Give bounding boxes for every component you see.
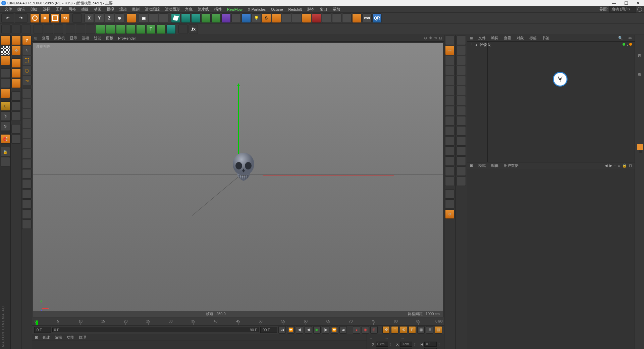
menu-file[interactable]: 文件: [2, 6, 15, 12]
cube-primitive-icon[interactable]: [1, 36, 10, 45]
camera[interactable]: [241, 13, 251, 23]
rt-tool-13[interactable]: [445, 156, 454, 166]
rt-tool-14[interactable]: [445, 166, 454, 176]
vm-prorender[interactable]: ProRender: [118, 36, 136, 40]
tool-orange-2[interactable]: [302, 13, 311, 23]
rt-tool-11[interactable]: [445, 136, 454, 146]
menu-sculpt[interactable]: 雕刻: [129, 6, 142, 12]
tool-orange-3[interactable]: [352, 13, 362, 23]
next-frame[interactable]: |▶: [322, 326, 329, 334]
menu-realflow[interactable]: RealFlow: [224, 7, 245, 12]
menu-window[interactable]: 窗口: [317, 6, 330, 12]
timeline-range-slider[interactable]: 0 F 90 F: [52, 328, 259, 332]
rp-tab-bookmarks[interactable]: 书签: [542, 36, 549, 41]
texture-mode[interactable]: [11, 91, 21, 101]
filter-2[interactable]: [11, 24, 21, 34]
light[interactable]: 💡: [252, 13, 261, 23]
poly-select[interactable]: ↝: [22, 76, 32, 85]
live-select[interactable]: ↖: [22, 46, 32, 55]
at-grid-icon[interactable]: ⊞: [470, 163, 473, 168]
end-frame-field[interactable]: 90 F: [260, 327, 277, 333]
axis-y-lock[interactable]: Y: [95, 13, 104, 23]
cube-dark-2[interactable]: [1, 79, 10, 88]
select-tool[interactable]: [30, 13, 40, 23]
vm-nav-4[interactable]: ⊡: [439, 36, 442, 40]
pattern-13[interactable]: [22, 209, 32, 219]
object-manager[interactable]: └ ▲ 骷髅头 •: [467, 42, 635, 162]
rt2-14[interactable]: [457, 166, 466, 176]
menu-motiontrack[interactable]: 运动跟踪: [142, 6, 162, 12]
mograph-cloner[interactable]: [96, 24, 105, 34]
make-editable[interactable]: [127, 13, 136, 23]
rp-tab-file[interactable]: 文件: [478, 36, 486, 41]
bl-tab-func[interactable]: 功能: [67, 335, 74, 340]
pattern-12[interactable]: [22, 199, 32, 209]
checker-icon[interactable]: [1, 46, 10, 55]
model-mode[interactable]: [11, 36, 21, 45]
vtab-1[interactable]: 属性: [637, 48, 643, 54]
close-button[interactable]: ✕: [636, 1, 640, 6]
rect-select[interactable]: [22, 56, 32, 65]
mograph-effector[interactable]: [106, 24, 115, 34]
at-tab-userdata[interactable]: 用户数据: [504, 163, 519, 168]
rt2-2[interactable]: [457, 46, 466, 55]
mograph-text[interactable]: T: [146, 24, 156, 34]
visibility-editor-dot[interactable]: [623, 43, 625, 46]
mograph-tracer[interactable]: [136, 24, 146, 34]
mograph-matrix[interactable]: [116, 24, 125, 34]
rt2-1[interactable]: [457, 36, 466, 45]
rt-tool-16[interactable]: [445, 189, 454, 199]
object-mode[interactable]: ✥: [11, 46, 21, 55]
grid-dark-icon[interactable]: [1, 157, 10, 166]
vm-display[interactable]: 显示: [70, 36, 77, 41]
key-misc2[interactable]: ▤: [435, 326, 442, 334]
menu-redshift[interactable]: Redshift: [286, 7, 305, 12]
menu-character[interactable]: 角色: [182, 6, 195, 12]
rt2-11[interactable]: [457, 136, 466, 146]
rt-tool-12[interactable]: [445, 146, 454, 156]
rt-tool-6[interactable]: [445, 86, 454, 95]
menu-tools[interactable]: 工具: [53, 6, 66, 12]
bl-tab-edit[interactable]: 编辑: [55, 335, 62, 340]
rt-tool-10[interactable]: [445, 126, 454, 136]
vtab-2[interactable]: 构造: [637, 67, 643, 72]
axis-x-lock[interactable]: X: [85, 13, 94, 23]
key-pla[interactable]: ▦: [417, 326, 425, 334]
rotate-tool[interactable]: ⟲: [60, 13, 70, 23]
mograph-poly[interactable]: [166, 24, 176, 34]
pattern-8[interactable]: [22, 159, 32, 168]
menu-xparticles[interactable]: X-Particles: [245, 7, 268, 12]
rp-tab-tags[interactable]: 标签: [529, 36, 537, 41]
visibility-render-dot[interactable]: •: [627, 43, 628, 47]
snap-toggle[interactable]: [86, 24, 95, 34]
rt2-6[interactable]: [457, 86, 466, 95]
filter-3[interactable]: [21, 24, 31, 34]
mograph-clone2[interactable]: [156, 24, 166, 34]
viewport-perspective[interactable]: 透视视图: [33, 42, 443, 317]
lock-icon[interactable]: 🔒: [1, 147, 10, 156]
scale-tool[interactable]: [50, 13, 60, 23]
goto-start[interactable]: ⏮: [278, 326, 286, 334]
cube-orange[interactable]: [1, 89, 10, 98]
rt-tool-5[interactable]: [445, 76, 454, 85]
rt-tool-gear[interactable]: ⚙: [445, 209, 454, 219]
point-mode[interactable]: [11, 58, 21, 68]
render-view[interactable]: ▣: [139, 13, 148, 23]
generator-nurbs[interactable]: [201, 13, 211, 23]
axis-z-lock[interactable]: Z: [105, 13, 114, 23]
help-icon[interactable]: ?: [22, 36, 32, 45]
spline-pen[interactable]: [181, 13, 191, 23]
move-tool[interactable]: ✥: [40, 13, 50, 23]
skull-model[interactable]: [230, 152, 257, 186]
bl-tab-texture[interactable]: 纹理: [79, 335, 86, 340]
rt-tool-15[interactable]: [445, 177, 454, 186]
rt-knife[interactable]: [445, 36, 454, 45]
menu-edit[interactable]: 编辑: [15, 6, 28, 12]
coord-h-rot[interactable]: 0 °: [424, 342, 437, 347]
rt2-5[interactable]: [457, 76, 466, 85]
vm-options[interactable]: 选项: [82, 36, 89, 41]
attribute-manager[interactable]: [467, 169, 635, 349]
record-key[interactable]: ●: [353, 326, 360, 334]
rp-tab-view[interactable]: 查看: [504, 36, 511, 41]
mouse-icon[interactable]: 🖱: [1, 111, 10, 121]
